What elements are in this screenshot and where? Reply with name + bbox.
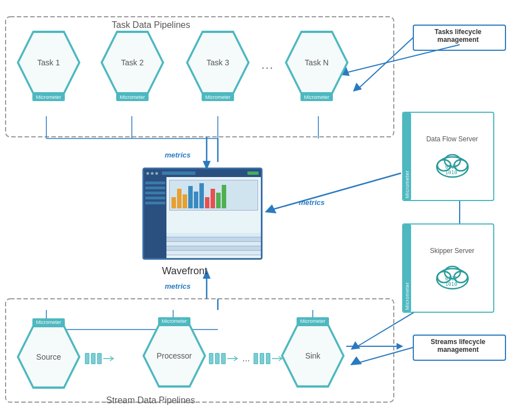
skipper-label: Skipper Server	[430, 247, 474, 255]
diagram: Task Data Pipelines Task 1 Micrometer Ta…	[0, 0, 520, 420]
skipper-micrometer-badge: Micrometer	[403, 225, 411, 312]
processor-hex: Micrometer Processor	[142, 318, 206, 388]
task2-micrometer: Micrometer	[116, 93, 148, 101]
task1-outer: Task 1	[17, 31, 80, 94]
sink-lifecycle-arrow	[346, 341, 424, 363]
svg-marker-42	[350, 356, 362, 365]
task3-micrometer: Micrometer	[202, 93, 233, 101]
svg-line-9	[346, 45, 460, 73]
taskN-outer: Task N	[285, 31, 349, 94]
taskN-hex: Task N Micrometer	[285, 31, 349, 101]
task-dots: ...	[261, 59, 274, 71]
metrics-label-right: metrics	[299, 198, 325, 207]
svg-line-6	[273, 173, 401, 209]
dataflow-cloud-icon: 0101 1010	[433, 147, 472, 178]
tasks-lifecycle-label: Tasks lifecycle management	[419, 28, 497, 44]
dataflow-micrometer-badge: Micrometer	[403, 113, 411, 200]
wavefront-box	[142, 168, 263, 260]
pipe-processor-dots: ...	[209, 353, 283, 364]
pipe-source-processor	[85, 353, 115, 364]
svg-text:0101: 0101	[445, 276, 457, 281]
skipper-cloud-icon: 0101 1010	[433, 259, 472, 290]
task1-micrometer: Micrometer	[32, 93, 64, 101]
dataflow-label: Data Flow Server	[426, 135, 478, 143]
processor-micrometer-top: Micrometer	[158, 317, 190, 325]
sink-outer: Sink	[281, 324, 345, 388]
metrics-label-bottom: metrics	[165, 282, 190, 290]
task2-outer: Task 2	[101, 31, 164, 94]
sink-hex: Micrometer Sink	[281, 318, 345, 388]
streams-lifecycle-arrows	[391, 313, 520, 402]
task2-inner: Task 2	[103, 33, 162, 92]
task1-hex: Task 1 Micrometer	[17, 31, 80, 101]
task3-inner: Task 3	[188, 33, 247, 92]
task2-hex: Task 2 Micrometer	[101, 31, 164, 101]
metrics-label-top: metrics	[165, 151, 190, 159]
streams-lifecycle-label: Streams lifecycle management	[419, 338, 497, 354]
processor-outer: Processor	[142, 324, 206, 388]
source-inner: Source	[19, 327, 78, 386]
taskN-inner: Task N	[287, 33, 346, 92]
svg-text:0101: 0101	[445, 164, 457, 170]
taskN-micrometer: Micrometer	[300, 93, 332, 101]
skipper-server-box: Micrometer Skipper Server 0101 1010	[402, 223, 494, 313]
source-outer: Source	[17, 325, 80, 389]
stream-pipeline-label: Stream Data Pipelines	[106, 395, 195, 405]
svg-marker-44	[397, 343, 403, 350]
dataflow-server-box: Micrometer Data Flow Server 0101 1010	[402, 112, 494, 201]
svg-marker-12	[351, 341, 360, 350]
source-micrometer-top: Micrometer	[32, 318, 64, 326]
svg-line-41	[357, 347, 413, 363]
task3-outer: Task 3	[186, 31, 250, 94]
svg-line-38	[357, 37, 413, 89]
svg-marker-39	[353, 83, 362, 92]
source-hex: Micrometer Source	[17, 318, 80, 389]
task1-inner: Task 1	[19, 33, 78, 92]
task-pipeline-label: Task Data Pipelines	[112, 20, 190, 30]
svg-text:1010: 1010	[445, 281, 457, 287]
processor-inner: Processor	[145, 326, 204, 385]
task3-hex: Task 3 Micrometer	[186, 31, 250, 101]
wavefront-label: Wavefront	[162, 265, 207, 277]
sink-inner: Sink	[283, 326, 342, 385]
svg-text:1010: 1010	[445, 170, 457, 175]
svg-marker-7	[265, 204, 276, 213]
sink-micrometer-top: Micrometer	[297, 317, 328, 325]
